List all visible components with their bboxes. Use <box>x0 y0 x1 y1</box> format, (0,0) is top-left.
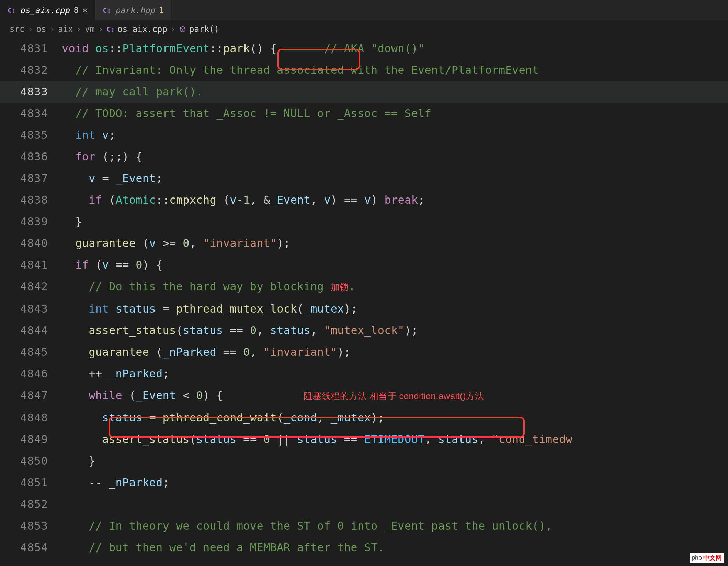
code-line[interactable]: 4837 v = _Event; <box>0 168 728 189</box>
code-line[interactable]: 4835 int v; <box>0 124 728 146</box>
line-number: 4854 <box>0 537 62 558</box>
code-content: int status = pthread_mutex_lock(_mutex); <box>62 298 357 320</box>
breadcrumb-part[interactable]: aix <box>58 24 73 34</box>
line-number: 4851 <box>0 472 62 494</box>
cpp-file-icon: C: <box>106 25 115 33</box>
line-number: 4848 <box>0 407 62 429</box>
line-number: 4837 <box>0 168 62 189</box>
code-line[interactable]: 4841 if (v == 0) { <box>0 254 728 276</box>
code-line[interactable]: 4832 // Invariant: Only the thread assoc… <box>0 59 728 81</box>
tab-os-aix-cpp[interactable]: C: os_aix.cpp 8 × <box>0 0 95 20</box>
breadcrumb-part[interactable]: os <box>36 24 46 34</box>
chevron-right-icon: › <box>98 24 103 34</box>
line-number: 4840 <box>0 233 62 254</box>
line-number: 4845 <box>0 341 62 363</box>
cpp-file-icon: C: <box>8 6 16 14</box>
breadcrumb-part[interactable]: vm <box>85 24 95 34</box>
code-content: // TODO: assert that _Assoc != NULL or _… <box>62 103 431 124</box>
code-content: void os::PlatformEvent::park() { // AKA … <box>62 38 425 59</box>
line-number: 4850 <box>0 450 62 472</box>
breadcrumb-symbol-label: park() <box>189 24 219 34</box>
code-line[interactable]: 4840 guarantee (v >= 0, "invariant"); <box>0 233 728 254</box>
tab-bar: C: os_aix.cpp 8 × C: park.hpp 1 <box>0 0 728 21</box>
line-number: 4843 <box>0 298 62 320</box>
line-number: 4846 <box>0 363 62 385</box>
code-content: } <box>62 450 95 472</box>
code-content: guarantee (_nParked == 0, "invariant"); <box>62 341 351 363</box>
code-line[interactable]: 4833 // may call park(). <box>0 81 728 103</box>
line-number: 4849 <box>0 429 62 450</box>
code-content: // Invariant: Only the thread associated… <box>62 59 539 81</box>
breadcrumb: src› os› aix› vm› C: os_aix.cpp › park() <box>0 21 728 38</box>
code-line[interactable]: 4842 // Do this the hard way by blocking… <box>0 276 728 298</box>
breadcrumb-file[interactable]: C: os_aix.cpp <box>106 24 167 34</box>
code-content: assert_status(status == 0, status, "mute… <box>62 320 418 341</box>
watermark-text: php <box>692 554 702 562</box>
watermark: php中文网 <box>690 553 724 563</box>
code-content: // In theory we could move the ST of 0 i… <box>62 515 552 537</box>
code-line[interactable]: 4852 <box>0 494 728 515</box>
tab-label: os_aix.cpp <box>20 5 70 15</box>
chevron-right-icon: › <box>171 24 175 34</box>
line-number: 4831 <box>0 38 62 59</box>
code-line[interactable]: 4846 ++ _nParked; <box>0 363 728 385</box>
code-line[interactable]: 4834 // TODO: assert that _Assoc != NULL… <box>0 103 728 124</box>
code-content: } <box>62 211 82 233</box>
line-number: 4836 <box>0 146 62 168</box>
tab-scm-badge: 1 <box>159 5 164 15</box>
code-content: // but then we'd need a MEMBAR after the… <box>62 537 384 558</box>
code-line[interactable]: 4847 while (_Event < 0) { 阻塞线程的方法 相当于 co… <box>0 385 728 407</box>
code-line[interactable]: 4851 -- _nParked; <box>0 472 728 494</box>
tab-park-hpp[interactable]: C: park.hpp 1 <box>95 0 172 20</box>
line-number: 4842 <box>0 276 62 297</box>
line-number: 4835 <box>0 124 62 146</box>
code-line[interactable]: 4844 assert_status(status == 0, status, … <box>0 320 728 341</box>
code-line[interactable]: 4853 // In theory we could move the ST o… <box>0 515 728 537</box>
code-editor[interactable]: 4831void os::PlatformEvent::park() { // … <box>0 38 728 558</box>
code-line[interactable]: 4843 int status = pthread_mutex_lock(_mu… <box>0 298 728 320</box>
cpp-file-icon: C: <box>103 6 111 14</box>
code-content: for (;;) { <box>62 146 143 168</box>
tab-label: park.hpp <box>115 5 155 15</box>
line-number: 4839 <box>0 211 62 233</box>
code-line[interactable]: 4838 if (Atomic::cmpxchg (v-1, &_Event, … <box>0 189 728 211</box>
code-content: // may call park(). <box>62 81 203 103</box>
code-line[interactable]: 4845 guarantee (_nParked == 0, "invarian… <box>0 341 728 363</box>
code-content: if (v == 0) { <box>62 254 163 276</box>
line-number: 4852 <box>0 494 62 515</box>
code-line[interactable]: 4836 for (;;) { <box>0 146 728 168</box>
code-content: assert_status(status == 0 || status == E… <box>62 429 572 450</box>
code-line[interactable]: 4839 } <box>0 211 728 233</box>
breadcrumb-part[interactable]: src <box>10 24 24 34</box>
breadcrumb-symbol[interactable]: park() <box>179 24 219 34</box>
code-content: int v; <box>62 124 116 146</box>
method-icon <box>179 25 186 33</box>
code-line[interactable]: 4854 // but then we'd need a MEMBAR afte… <box>0 537 728 558</box>
code-content: ++ _nParked; <box>62 363 169 385</box>
code-line[interactable]: 4849 assert_status(status == 0 || status… <box>0 429 728 450</box>
line-number: 4844 <box>0 320 62 341</box>
annotation: 加锁 <box>331 282 349 292</box>
code-content: while (_Event < 0) { 阻塞线程的方法 相当于 conditi… <box>62 385 484 407</box>
code-content: status = pthread_cond_wait(_cond, _mutex… <box>62 407 384 429</box>
line-number: 4838 <box>0 189 62 211</box>
code-content: if (Atomic::cmpxchg (v-1, &_Event, v) ==… <box>62 189 425 211</box>
watermark-brand: 中文网 <box>703 554 722 562</box>
tab-scm-badge: 8 <box>74 5 79 15</box>
line-number: 4853 <box>0 515 62 537</box>
code-line[interactable]: 4850 } <box>0 450 728 472</box>
annotation: 阻塞线程的方法 相当于 condition.await()方法 <box>304 391 484 401</box>
line-number: 4833 <box>0 81 62 103</box>
code-content: v = _Event; <box>62 168 163 189</box>
line-number: 4841 <box>0 254 62 276</box>
code-content: guarantee (v >= 0, "invariant"); <box>62 233 290 254</box>
code-content: // Do this the hard way by blocking 加锁. <box>62 276 355 298</box>
chevron-right-icon: › <box>77 24 81 34</box>
code-line[interactable]: 4831void os::PlatformEvent::park() { // … <box>0 38 728 59</box>
line-number: 4832 <box>0 59 62 81</box>
line-number: 4834 <box>0 103 62 124</box>
chevron-right-icon: › <box>28 24 33 34</box>
code-line[interactable]: 4848 status = pthread_cond_wait(_cond, _… <box>0 407 728 429</box>
close-icon[interactable]: × <box>83 6 87 14</box>
breadcrumb-file-label: os_aix.cpp <box>117 24 167 34</box>
